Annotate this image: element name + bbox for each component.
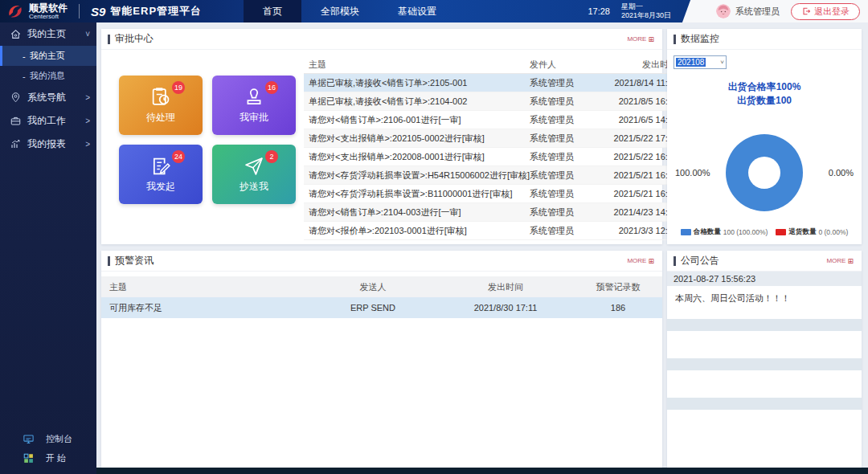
col-sender: 发件人 — [530, 59, 600, 71]
tile-pending[interactable]: 19 待处理 — [119, 76, 203, 135]
console-label: 控制台 — [46, 433, 72, 445]
legend-swatch-red — [776, 229, 786, 235]
approval-table: 主题 发件人 发出时间 单据已审核,请接收<销售订单>:2105-001 系统管… — [304, 56, 681, 243]
notice-placeholder — [667, 319, 862, 331]
table-row[interactable]: 单据已审核,请接收<销售订单>:2105-001 系统管理员 2021/8/14… — [304, 74, 681, 92]
row-subject: 请您对<报价单>:202103-0001进行[审核] — [304, 225, 530, 237]
period-select[interactable]: 202108 ˅ — [674, 55, 727, 69]
start-grid-icon — [23, 452, 35, 464]
select-chevron-icon: ˅ — [720, 59, 724, 66]
col-count: 预警记录数 — [574, 281, 662, 293]
tile-label: 待处理 — [146, 111, 175, 125]
row-subject: 请您对<支出报销单>:202008-0001进行[审核] — [304, 151, 530, 163]
alert-table: 主题 发送人 发出时间 预警记录数 可用库存不足 ERP SEND 2021/8… — [101, 276, 662, 318]
panel-title: 预警资讯 — [115, 254, 154, 268]
table-row[interactable]: 请您对<销售订单>:2104-003进行[一审] 系统管理员 2021/4/23… — [304, 203, 681, 222]
alert-time: 2021/8/30 17:11 — [437, 303, 574, 313]
brand-divider — [79, 4, 80, 18]
product-title: 智能ERP管理平台 — [110, 4, 202, 18]
row-sender: 系统管理员 — [530, 77, 600, 89]
notice-more-button[interactable]: MORE ⊞ — [826, 257, 854, 265]
table-row[interactable]: 请您对<支出报销单>:202105-0002进行[审核] 系统管理员 2021/… — [304, 129, 681, 148]
tab-home[interactable]: 首页 — [244, 0, 301, 22]
alert-count: 186 — [574, 303, 662, 313]
alert-more-button[interactable]: MORE ⊞ — [627, 257, 654, 265]
tab-basic-settings[interactable]: 基础设置 — [379, 0, 456, 22]
start-label: 开 始 — [46, 452, 66, 464]
approval-more-button[interactable]: MORE ⊞ — [627, 35, 654, 43]
donut-ring[interactable] — [726, 134, 803, 211]
alert-sender: ERP SEND — [309, 303, 437, 313]
briefcase-icon — [10, 115, 22, 127]
approval-table-header: 主题 发件人 发出时间 — [304, 56, 681, 74]
table-row[interactable]: 请您对<存货浮动耗损率设置>:B11000001进行[审核] 系统管理员 202… — [304, 185, 681, 203]
panel-accent-bar — [108, 256, 110, 266]
notice-panel-title-wrap: 公司公告 — [674, 254, 719, 268]
col-sender: 发送人 — [309, 281, 437, 293]
tile-label: 我审批 — [240, 111, 268, 125]
row-subject: 请您对<销售订单>:2106-001进行[一审] — [304, 114, 530, 126]
notice-placeholder — [667, 398, 862, 410]
subitem-label: 我的消息 — [30, 70, 65, 82]
avatar[interactable] — [716, 4, 731, 18]
console-button[interactable]: 控制台 — [0, 429, 96, 448]
col-time: 发出时间 — [437, 281, 574, 293]
subitem-bullet: - — [23, 51, 26, 61]
table-row[interactable]: 单据已审核,请接收<销售订单>:2104-002 系统管理员 2021/8/5 … — [304, 92, 681, 111]
clipboard-clock-icon — [149, 86, 172, 108]
alert-panel-title-wrap: 预警资讯 — [108, 254, 154, 268]
alert-row[interactable]: 可用库存不足 ERP SEND 2021/8/30 17:11 186 — [101, 297, 662, 318]
chart-legend: 合格数量 100 (100.00%) 退货数量 0 (0.00%) — [667, 227, 862, 237]
username: 系统管理员 — [735, 6, 780, 18]
tab-all-modules[interactable]: 全部模块 — [301, 0, 379, 22]
topbar-right: 17:28 星期一 2021年8月30日 系统管理员 退出登录 — [588, 0, 868, 22]
row-sender: 系统管理员 — [530, 151, 600, 163]
panel-accent-bar — [108, 35, 110, 44]
paper-plane-icon — [243, 155, 265, 178]
more-plus-icon: ⊞ — [648, 257, 654, 265]
notice-text: 本周六、周日公司活动！！！ — [667, 286, 862, 316]
sidebar-item-my-reports[interactable]: 我的报表 ˃ — [0, 133, 96, 156]
table-row[interactable]: 请您对<销售订单>:2106-001进行[一审] 系统管理员 2021/6/5 … — [304, 111, 681, 129]
start-button[interactable]: 开 始 — [0, 448, 96, 468]
notice-item[interactable]: 2021-08-27 15:56:23 本周六、周日公司活动！！！ — [667, 272, 862, 316]
chevron-right-icon: ˃ — [85, 116, 90, 125]
sidebar-item-my-home[interactable]: 我的主页 ˅ — [0, 22, 96, 46]
bottom-taskbar — [96, 468, 868, 474]
more-plus-icon: ⊞ — [648, 35, 654, 43]
more-label: MORE — [627, 257, 646, 264]
table-row[interactable]: 请您对<报价单>:202103-0001进行[审核] 系统管理员 2021/3/… — [304, 222, 681, 240]
legend-item-return: 退货数量 0 (0.00%) — [776, 227, 848, 237]
notice-date: 2021-08-27 15:56:23 — [667, 272, 862, 286]
legend-item-pass: 合格数量 100 (100.00%) — [681, 227, 768, 237]
brand-name: 顺景软件 — [29, 3, 68, 13]
tile-my-approvals[interactable]: 16 我审批 — [212, 76, 296, 135]
approval-body: 19 待处理 16 我审批 24 — [101, 50, 662, 243]
table-row[interactable]: 请您对<支出报销单>:202008-0001进行[审核] 系统管理员 2021/… — [304, 148, 681, 166]
s9-logo: S9 — [91, 5, 105, 18]
subitem-bullet: - — [23, 72, 26, 81]
main-nav: 首页 全部模块 基础设置 — [244, 0, 456, 22]
sidebar-item-system-nav[interactable]: 系统导航 ˃ — [0, 86, 96, 109]
legend-value: 100 (100.00%) — [723, 228, 768, 236]
sidebar-item-label: 系统导航 — [27, 91, 80, 104]
logout-button[interactable]: 退出登录 — [791, 3, 860, 20]
table-row[interactable]: 请您对<存货浮动耗损率设置>:H54R15006002进行[审核] 系统管理员 … — [304, 166, 681, 185]
date: 2021年8月30日 — [621, 11, 671, 20]
notice-placeholder — [667, 358, 862, 370]
row-sender: 系统管理员 — [530, 170, 600, 182]
donut-chart: 100.00% 0.00% — [667, 121, 862, 225]
home-icon — [10, 28, 22, 40]
tile-initiated-by-me[interactable]: 24 我发起 — [119, 145, 203, 204]
sidebar-item-my-work[interactable]: 我的工作 ˃ — [0, 109, 96, 133]
more-label: MORE — [826, 257, 845, 264]
legend-value: 0 (0.00%) — [818, 228, 848, 236]
tile-cc-to-me[interactable]: 2 抄送我 — [212, 145, 296, 204]
brand: 顺景软件 Centersoft S9 智能ERP管理平台 — [0, 3, 202, 20]
sidebar-subitem-my-home[interactable]: - 我的主页 — [0, 46, 96, 66]
alert-news-panel: 预警资讯 MORE ⊞ 主题 发送人 发出时间 预警记录数 可用库存不足 ERP… — [101, 251, 662, 468]
panel-title: 公司公告 — [681, 254, 719, 268]
sidebar-subitem-my-messages[interactable]: - 我的消息 — [0, 66, 96, 86]
approve-count-badge: 16 — [265, 81, 278, 94]
donut-right-label: 0.00% — [829, 168, 854, 178]
